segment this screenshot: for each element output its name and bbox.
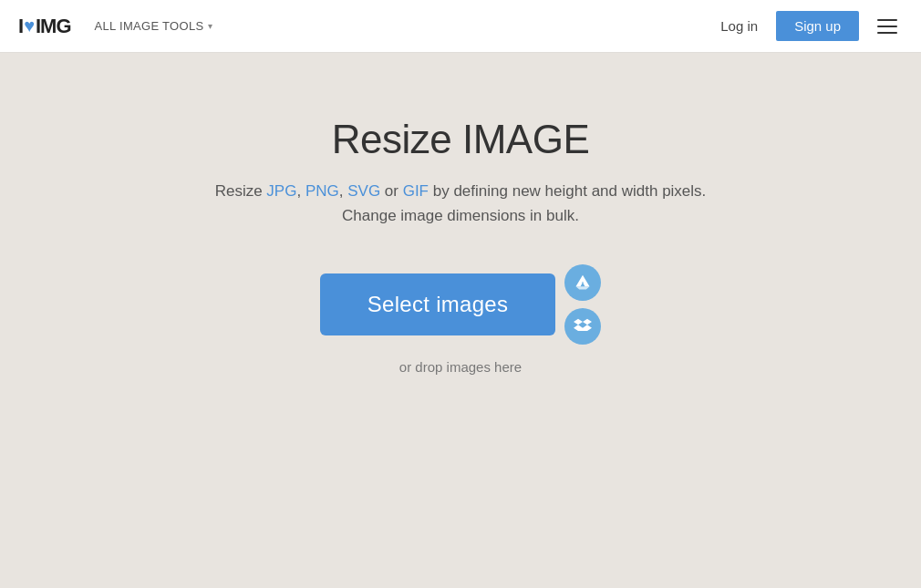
logo-img-text: IMG [36,15,71,38]
select-images-button[interactable]: Select images [320,273,556,335]
logo[interactable]: I ♥ IMG [18,15,71,38]
main-content: Resize IMAGE Resize JPG, PNG, SVG or GIF… [0,53,921,375]
hamburger-menu-button[interactable] [868,12,906,41]
all-tools-button[interactable]: ALL IMAGE TOOLS ▾ [88,15,221,36]
desc-after: by defining new height and width pixels. [429,182,706,200]
desc-line2: Change image dimensions in bulk. [342,207,579,224]
or-text: or [380,182,403,200]
description: Resize JPG, PNG, SVG or GIF by defining … [215,179,707,228]
google-drive-icon [574,273,592,292]
comma2: , [339,182,344,200]
header-left: I ♥ IMG ALL IMAGE TOOLS ▾ [18,15,221,38]
format-png: PNG [305,182,339,200]
format-svg: SVG [347,182,380,200]
logo-i-text: I [18,15,23,38]
dropbox-icon [574,317,592,335]
header: I ♥ IMG ALL IMAGE TOOLS ▾ Log in Sign up [0,0,921,53]
menu-line-1 [877,19,897,21]
format-jpg: JPG [266,182,296,200]
signup-button[interactable]: Sign up [776,11,859,41]
page-title: Resize IMAGE [332,117,590,162]
format-gif: GIF [403,182,429,200]
comma1: , [296,182,301,200]
login-button[interactable]: Log in [706,11,772,41]
all-tools-label: ALL IMAGE TOOLS [95,19,204,33]
chevron-down-icon: ▾ [208,21,212,31]
menu-line-2 [877,26,897,27]
logo-heart-icon: ♥ [24,15,35,36]
dropbox-upload-button[interactable] [564,308,601,345]
upload-area: Select images or drop images here [320,264,602,375]
header-right: Log in Sign up [706,11,906,41]
google-drive-upload-button[interactable] [564,264,601,301]
desc-before: Resize [215,182,267,200]
drop-text: or drop images here [399,359,522,375]
upload-row: Select images [320,264,602,345]
cloud-icons-column [564,264,601,345]
menu-line-3 [877,32,897,34]
